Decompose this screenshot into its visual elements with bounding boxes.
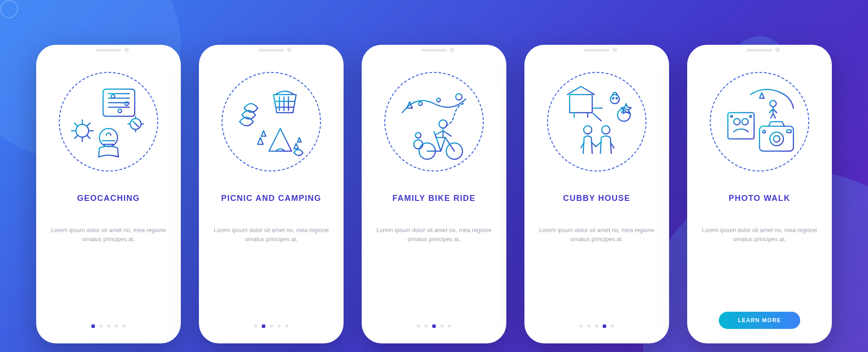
onboarding-screen-4: CUBBY HOUSE Lorem ipsum dolor sit amet n… — [524, 45, 669, 343]
svg-point-21 — [770, 100, 776, 107]
screen-description: Lorem ipsum dolor sit amet no, mea regio… — [534, 226, 659, 324]
phone-notch — [563, 45, 631, 57]
svg-point-7 — [419, 102, 422, 105]
illustration-family-bike-ride — [384, 72, 484, 171]
svg-point-26 — [750, 115, 751, 117]
svg-point-28 — [770, 132, 783, 146]
svg-point-30 — [763, 130, 765, 133]
svg-rect-31 — [787, 130, 791, 133]
dot[interactable] — [417, 324, 420, 328]
dot[interactable] — [99, 324, 103, 328]
page-indicator[interactable] — [254, 324, 288, 328]
onboarding-screen-1: GEOCACHING Lorem ipsum dolor sit amet no… — [36, 45, 181, 343]
dot[interactable] — [595, 324, 598, 328]
screen-description: Lorem ipsum dolor sit amet no, mea regio… — [372, 226, 496, 324]
screen-title: GEOCACHING — [74, 187, 142, 209]
svg-point-25 — [731, 115, 732, 117]
dot[interactable] — [432, 324, 436, 328]
screen-title: CUBBY HOUSE — [560, 187, 633, 209]
screen-title: PHOTO WALK — [726, 187, 793, 209]
dot[interactable] — [278, 324, 281, 328]
svg-point-2 — [125, 102, 128, 105]
svg-point-24 — [742, 119, 748, 125]
dot[interactable] — [440, 324, 443, 328]
dot[interactable] — [123, 324, 126, 328]
dot[interactable] — [270, 324, 273, 328]
cubby-house-icon — [556, 81, 637, 162]
illustration-cubby-house — [547, 72, 646, 171]
dot[interactable] — [603, 324, 606, 328]
svg-point-19 — [584, 126, 592, 134]
svg-point-29 — [774, 136, 780, 142]
dot[interactable] — [425, 324, 428, 328]
illustration-photo-walk — [710, 72, 809, 171]
dot[interactable] — [448, 324, 451, 328]
svg-point-12 — [439, 120, 447, 128]
dot[interactable] — [91, 324, 95, 328]
svg-point-8 — [437, 98, 440, 102]
phone-notch — [237, 45, 305, 57]
phone-notch — [75, 45, 142, 57]
family-bike-ride-icon — [393, 81, 475, 162]
onboarding-phones-row: GEOCACHING Lorem ipsum dolor sit amet no… — [0, 18, 868, 352]
svg-point-1 — [111, 95, 115, 98]
onboarding-screen-5: PHOTO WALK Lorem ipsum dolor sit amet no… — [687, 45, 832, 343]
svg-point-20 — [602, 126, 610, 134]
phone-notch — [400, 45, 468, 57]
photo-walk-icon — [719, 81, 800, 162]
onboarding-screen-2: PICNIC AND CAMPING Lorem ipsum dolor sit… — [199, 45, 344, 343]
svg-point-3 — [118, 109, 122, 113]
screen-title: PICNIC AND CAMPING — [218, 187, 324, 209]
dot[interactable] — [262, 324, 265, 328]
screen-title: FAMILY BIKE RIDE — [390, 187, 478, 209]
page-indicator[interactable] — [417, 324, 451, 328]
illustration-geocaching — [59, 72, 158, 171]
dot[interactable] — [587, 324, 590, 328]
screen-description: Lorem ipsum dolor sit amet no, mea regio… — [697, 226, 822, 312]
page-indicator[interactable] — [91, 324, 126, 328]
svg-point-9 — [456, 94, 462, 100]
illustration-picnic-camping — [222, 72, 321, 171]
svg-point-15 — [610, 95, 619, 104]
geocaching-icon — [68, 81, 149, 162]
dot[interactable] — [254, 324, 257, 328]
dot[interactable] — [285, 324, 288, 328]
svg-point-14 — [415, 133, 421, 138]
learn-more-button[interactable]: LEARN MORE — [719, 312, 800, 329]
svg-point-17 — [616, 98, 618, 99]
onboarding-screen-3: FAMILY BIKE RIDE Lorem ipsum dolor sit a… — [362, 45, 506, 343]
screen-description: Lorem ipsum dolor sit amet no, mea regio… — [46, 226, 171, 324]
phone-notch — [726, 45, 793, 57]
svg-point-16 — [613, 98, 614, 99]
dot[interactable] — [107, 324, 110, 328]
svg-point-23 — [734, 119, 740, 125]
page-indicator[interactable] — [580, 324, 614, 328]
dot[interactable] — [580, 324, 583, 328]
dot[interactable] — [611, 324, 614, 328]
dot[interactable] — [115, 324, 118, 328]
screen-description: Lorem ipsum dolor sit amet no, mea regio… — [209, 226, 334, 324]
picnic-camping-icon — [231, 81, 312, 162]
